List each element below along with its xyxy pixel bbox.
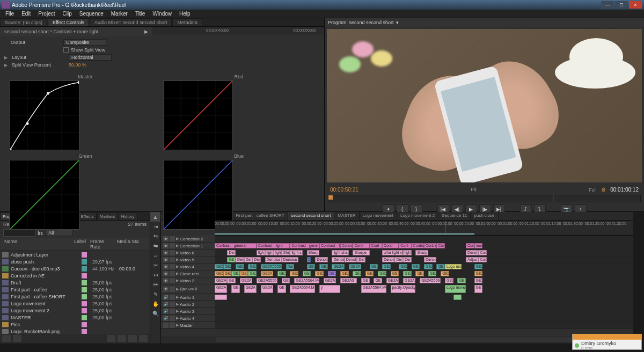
menu-file[interactable]: File	[2, 10, 17, 17]
timeline-clip[interactable]: GE2A	[424, 264, 433, 269]
razor-tool[interactable]: ✂	[150, 260, 160, 270]
track-lane[interactable]	[215, 294, 633, 300]
timeline-ruler[interactable]: 00:00:00:0000:00:05:0000:00:10:0000:00:1…	[215, 221, 633, 236]
track-toggle[interactable]: 🔊	[163, 302, 169, 307]
track-lock[interactable]	[170, 257, 175, 262]
timeline-clip[interactable]: GE2A	[391, 271, 399, 276]
filter-dropdown[interactable]: All	[46, 230, 72, 236]
track-toggle[interactable]: 👁	[163, 243, 169, 248]
expand-icon[interactable]: ▶	[176, 272, 179, 276]
track-lane[interactable]	[215, 322, 633, 328]
menu-sequence[interactable]: Sequence	[76, 10, 107, 17]
rolling-edit-tool[interactable]: ⇋	[150, 241, 160, 251]
timeline-clip[interactable]: light	[273, 250, 282, 255]
track-lock[interactable]	[170, 316, 175, 321]
timeline-clip[interactable]: GE2A	[261, 285, 273, 293]
curve-green[interactable]	[10, 160, 79, 230]
menu-project[interactable]: Project	[35, 10, 58, 17]
track-header[interactable]: ▶Master	[161, 322, 215, 328]
track-header[interactable]: 👁▶Video 5	[161, 256, 215, 263]
timeline-clip[interactable]: D	[307, 257, 311, 262]
timeline-clip[interactable]: GE2A	[240, 271, 248, 276]
sequence-tab[interactable]: Sequence 11	[438, 212, 471, 220]
timeline-clip[interactable]: GE2A G	[215, 285, 227, 293]
track-lock[interactable]	[170, 322, 175, 328]
track-toggle[interactable]: 👁	[163, 257, 169, 262]
timeline-clip[interactable]: GE2A	[412, 264, 420, 269]
track-lock[interactable]	[170, 309, 175, 314]
track-toggle[interactable]: 🔊	[163, 295, 169, 300]
label-swatch[interactable]	[82, 273, 87, 278]
timeline-clip[interactable]: Deno	[252, 257, 261, 262]
menu-marker[interactable]: Marker	[108, 10, 131, 17]
col-name[interactable]: Name	[2, 239, 72, 250]
timeline-clip[interactable]: GE	[231, 285, 240, 293]
chevron-right-icon[interactable]: ▶	[144, 29, 148, 34]
timeline-clip[interactable]: Deno	[403, 257, 412, 262]
timeline-clip[interactable]: Deno	[286, 264, 295, 269]
timeline-clip[interactable]: GE2A	[236, 264, 244, 269]
timeline-clip[interactable]: GE2A	[474, 271, 483, 276]
track-header[interactable]: 🔊▶Audio 1	[161, 294, 215, 300]
dropdown-icon[interactable]: ▾	[396, 20, 399, 25]
timeline-clip[interactable]: Contrast - S	[340, 243, 353, 248]
new-bin-button[interactable]	[118, 335, 126, 342]
timeline-clip[interactable]: Denoi	[227, 250, 236, 255]
curve-red[interactable]	[163, 80, 233, 150]
label-swatch[interactable]	[82, 308, 87, 313]
label-swatch[interactable]	[82, 329, 87, 334]
timeline-clip[interactable]: GE2A	[399, 264, 407, 269]
timeline-clip[interactable]: GE2A	[441, 271, 449, 276]
track-lane[interactable]: GE2AGE2AGE2AGE2AGE2A5555DenoGE2AGE2AGE2A…	[215, 263, 633, 270]
menu-window[interactable]: Window	[149, 10, 175, 17]
track-lane[interactable]	[215, 301, 633, 307]
col-fps[interactable]: Frame Rate	[88, 239, 115, 250]
slide-tool[interactable]: ↦	[150, 280, 160, 289]
timeline-clip[interactable]: Contrast - light	[257, 243, 290, 248]
expand-icon[interactable]: ▶	[176, 295, 179, 299]
timeline-clip[interactable]: GE2AS	[340, 278, 357, 283]
timeline-clip[interactable]: Denoise	[282, 257, 298, 262]
expand-icon[interactable]: ▶	[176, 323, 179, 327]
in-marker[interactable]	[328, 195, 333, 200]
expand-icon[interactable]: ▶	[176, 309, 179, 313]
label-swatch[interactable]	[82, 252, 87, 258]
label-swatch[interactable]	[82, 294, 87, 299]
track-toggle[interactable]: 👁	[163, 236, 169, 241]
curve-blue[interactable]	[163, 160, 233, 230]
track-lock[interactable]	[170, 302, 175, 307]
project-item[interactable]: First part - caffee25,00 fps	[0, 286, 150, 293]
label-swatch[interactable]	[82, 315, 87, 320]
find-button[interactable]	[107, 335, 115, 342]
timeline-clip[interactable]: GE	[361, 278, 370, 283]
timeline-clip[interactable]: Deno	[236, 257, 244, 262]
track-toggle[interactable]: 👁	[163, 250, 169, 255]
project-item[interactable]: Adjustment Layer	[0, 251, 150, 258]
timeline-clip[interactable]: pacity:Opacity	[391, 285, 416, 293]
label-swatch[interactable]	[82, 287, 87, 292]
timeline-clip[interactable]: GE2A	[365, 271, 374, 276]
timeline-clip[interactable]: GE2A	[303, 271, 311, 276]
expand-icon[interactable]: ▶	[176, 237, 179, 241]
timeline-clip[interactable]: Denoise	[315, 257, 327, 262]
timeline-clip[interactable]: ligh	[257, 250, 265, 255]
project-item[interactable]: Logo movement25,00 fps	[0, 300, 150, 307]
timeline-clip[interactable]: GE2A5556	[257, 278, 277, 283]
timeline-clip[interactable]	[453, 295, 462, 300]
project-item[interactable]: Logo_RocketBank.png	[0, 328, 150, 334]
timeline-clip[interactable]: Cont	[478, 257, 487, 262]
timeline-clip[interactable]: Cont	[399, 243, 411, 248]
track-toggle[interactable]	[163, 322, 169, 328]
timeline-clip[interactable]: GE2A	[223, 264, 232, 269]
program-tc-current[interactable]: 00:00:50:21	[330, 187, 358, 193]
expand-icon[interactable]: ▶	[4, 55, 8, 60]
track-header[interactable]: 👁▶Close reel	[161, 270, 215, 277]
timeline-clip[interactable]: GE	[374, 278, 382, 283]
track-toggle[interactable]: 👁	[163, 264, 169, 269]
ripple-edit-tool[interactable]: ⇆	[150, 231, 160, 241]
timeline-clip[interactable]: GE2A	[445, 278, 453, 283]
timeline-clip[interactable]: ligh	[265, 250, 274, 255]
timeline-clip[interactable]: Cont	[370, 243, 382, 248]
track-lane[interactable]: GE2AGE2AGE2AGE2AGE2AGE2ASS5GE2AGE2AGE2AG…	[215, 270, 633, 277]
timeline-clip[interactable]: GE2A	[403, 271, 412, 276]
